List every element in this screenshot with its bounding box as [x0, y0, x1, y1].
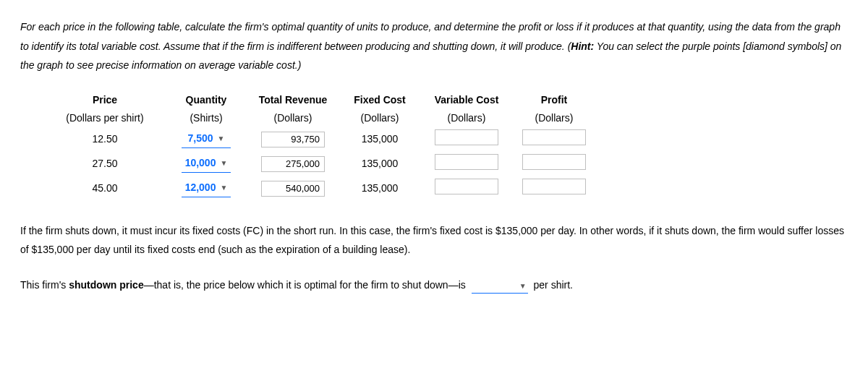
- subheader-price: (Dollars per shirt): [43, 109, 166, 127]
- instructions-paragraph: For each price in the following table, c…: [20, 17, 848, 75]
- caret-down-icon: ▼: [220, 158, 227, 168]
- profit-input[interactable]: [522, 179, 586, 194]
- profit-input[interactable]: [522, 129, 586, 145]
- shutdown-bold: shutdown price: [69, 279, 143, 291]
- table-row: 27.50 10,000 ▼ 275,000 135,000: [43, 152, 595, 176]
- cell-fixed-cost: 135,000: [340, 152, 420, 176]
- profit-input[interactable]: [522, 154, 586, 170]
- cell-fixed-cost: 135,000: [340, 127, 420, 152]
- caret-down-icon: ▼: [218, 133, 225, 144]
- subheader-variable-cost: (Dollars): [420, 109, 514, 127]
- table-row: 45.00 12,000 ▼ 540,000 135,000: [43, 176, 595, 201]
- subheader-fixed-cost: (Dollars): [340, 109, 420, 127]
- revenue-box: 540,000: [261, 181, 325, 197]
- shutdown-prefix: This firm's: [20, 279, 69, 291]
- cell-price: 45.00: [43, 176, 166, 201]
- header-variable-cost: Variable Cost: [420, 91, 514, 109]
- dropdown-value: 12,000: [185, 180, 216, 195]
- cell-fixed-cost: 135,000: [340, 176, 420, 201]
- fixed-cost-paragraph: If the firm shuts down, it must incur it…: [20, 221, 848, 260]
- subheader-quantity: (Shirts): [166, 109, 246, 127]
- caret-down-icon: ▼: [220, 182, 227, 193]
- shutdown-price-dropdown[interactable]: ▼: [472, 281, 528, 294]
- header-fixed-cost: Fixed Cost: [340, 91, 420, 109]
- header-price: Price: [43, 91, 166, 109]
- quantity-dropdown[interactable]: 10,000 ▼: [182, 155, 231, 173]
- variable-cost-input[interactable]: [435, 129, 498, 145]
- table-row: 12.50 7,500 ▼ 93,750 135,000: [43, 127, 595, 152]
- header-quantity: Quantity: [166, 91, 246, 109]
- caret-down-icon: ▼: [519, 279, 527, 293]
- header-profit: Profit: [514, 91, 595, 109]
- quantity-dropdown[interactable]: 7,500 ▼: [182, 130, 231, 148]
- production-table: Price Quantity Total Revenue Fixed Cost …: [43, 91, 595, 201]
- revenue-box: 275,000: [261, 156, 325, 172]
- shutdown-middle: —that is, the price below which it is op…: [144, 279, 466, 291]
- dropdown-value: 7,500: [188, 131, 213, 146]
- header-revenue: Total Revenue: [246, 91, 340, 109]
- dropdown-value: 10,000: [185, 155, 216, 171]
- cell-price: 12.50: [43, 127, 166, 152]
- subheader-revenue: (Dollars): [246, 109, 340, 127]
- subheader-profit: (Dollars): [514, 109, 595, 127]
- cell-price: 27.50: [43, 152, 166, 176]
- variable-cost-input[interactable]: [435, 154, 498, 170]
- shutdown-paragraph: This firm's shutdown price—that is, the …: [20, 275, 848, 295]
- quantity-dropdown[interactable]: 12,000 ▼: [182, 179, 231, 197]
- shutdown-suffix: per shirt.: [534, 279, 573, 291]
- variable-cost-input[interactable]: [435, 179, 498, 194]
- hint-label: Hint:: [571, 40, 594, 52]
- revenue-box: 93,750: [261, 132, 325, 147]
